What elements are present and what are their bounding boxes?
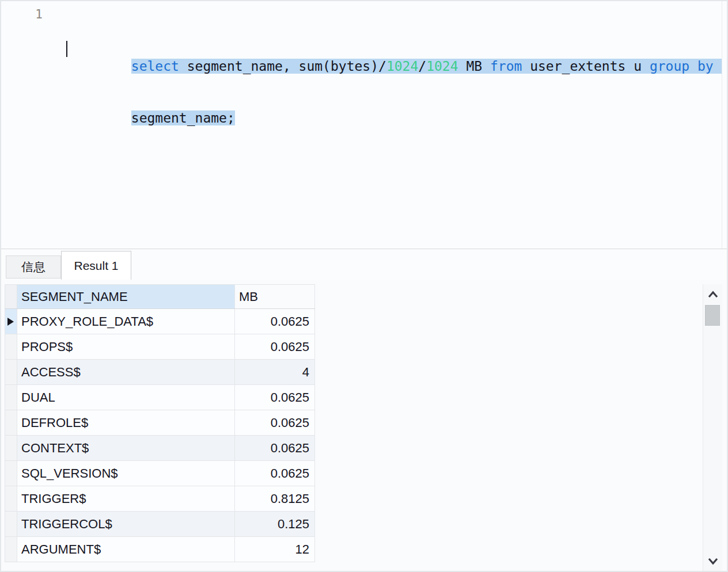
row-gutter[interactable] [5,385,17,410]
results-tab-bar: 信息 Result 1 [1,249,727,280]
mb-value-cell[interactable]: 0.0625 [235,309,315,334]
line-number: 1 [1,6,43,23]
segment-name-cell[interactable]: SQL_VERSION$ [17,461,235,486]
table-row: DUAL0.0625 [5,385,315,410]
sql-editor[interactable]: 1 select segment_name, sum(bytes)/1024/1… [1,1,727,249]
sql-token: segment_name; [131,110,235,125]
column-header-mb[interactable]: MB [235,285,315,309]
sql-token: by [697,59,714,74]
segment-name-cell[interactable]: PROPS$ [17,334,235,360]
mb-value-cell[interactable]: 0.0625 [235,436,315,461]
row-gutter[interactable] [5,360,17,385]
mb-value-cell[interactable]: 0.125 [235,512,315,537]
mb-value-cell[interactable]: 12 [235,537,315,562]
mb-value-cell[interactable]: 0.8125 [235,486,315,512]
table-row: SQL_VERSION$0.0625 [5,461,315,486]
segment-name-cell[interactable]: DUAL [17,385,235,410]
row-gutter[interactable] [5,537,17,562]
table-row: ARGUMENT$12 [5,537,315,562]
table-row: ACCESS$4 [5,360,315,385]
sql-code-area[interactable]: select segment_name, sum(bytes)/1024/102… [67,6,722,144]
sql-token: 1024 [426,59,458,74]
column-header-segment-name[interactable]: SEGMENT_NAME [17,285,235,309]
sql-token: group [650,59,689,74]
segment-name-cell[interactable]: DEFROLE$ [17,410,235,436]
table-row: CONTEXT$0.0625 [5,436,315,461]
chevron-up-icon [707,291,719,298]
row-gutter[interactable] [5,410,17,436]
segment-name-cell[interactable]: ARGUMENT$ [17,537,235,562]
segment-name-cell[interactable]: CONTEXT$ [17,436,235,461]
segment-name-cell[interactable]: TRIGGER$ [17,486,235,512]
table-row: DEFROLE$0.0625 [5,410,315,436]
scroll-up-button[interactable] [703,285,722,303]
row-gutter[interactable] [5,461,17,486]
row-gutter[interactable] [5,436,17,461]
mb-value-cell[interactable]: 0.0625 [235,334,315,360]
sql-token: from [490,59,522,74]
selected-text: select segment_name, sum(bytes)/1024/102… [131,59,722,74]
sql-tool-window: 1 select segment_name, sum(bytes)/1024/1… [0,0,728,572]
sql-token: MB [458,59,490,74]
row-gutter[interactable] [5,486,17,512]
code-line-1: select segment_name, sum(bytes)/1024/102… [67,40,722,58]
chevron-down-icon [707,558,719,565]
segment-name-cell[interactable]: TRIGGERCOL$ [17,512,235,537]
segment-name-cell[interactable]: PROXY_ROLE_DATA$ [17,309,235,334]
sql-token: 1024 [386,59,418,74]
sql-token [714,59,722,74]
current-row-gutter[interactable] [5,309,17,334]
mb-value-cell[interactable]: 0.0625 [235,385,315,410]
editor-scrollbar-track-line [722,1,722,249]
code-line-1-wrap: segment_name; [67,92,722,109]
result-table: SEGMENT_NAME MB PROXY_ROLE_DATA$0.0625PR… [5,284,315,562]
scrollbar-thumb[interactable] [705,305,720,326]
sql-token: user_extents u [522,59,650,74]
row-gutter[interactable] [5,512,17,537]
result-grid-pane: SEGMENT_NAME MB PROXY_ROLE_DATA$0.0625PR… [1,280,727,571]
table-row: TRIGGERCOL$0.125 [5,512,315,537]
table-header-row: SEGMENT_NAME MB [5,285,315,309]
scroll-down-button[interactable] [703,552,722,570]
sql-token [689,59,697,74]
table-row: PROXY_ROLE_DATA$0.0625 [5,309,315,334]
mb-value-cell[interactable]: 4 [235,360,315,385]
mb-value-cell[interactable]: 0.0625 [235,461,315,486]
sql-token: segment_name, sum(bytes)/ [179,59,386,74]
row-gutter-header[interactable] [5,285,17,309]
tab-result-1[interactable]: Result 1 [61,251,131,280]
selected-text: segment_name; [131,110,235,125]
result-table-body: PROXY_ROLE_DATA$0.0625PROPS$0.0625ACCESS… [5,309,315,562]
tab-info-label: 信息 [21,259,46,275]
row-gutter[interactable] [5,334,17,360]
sql-token: / [418,59,426,74]
mb-value-cell[interactable]: 0.0625 [235,410,315,436]
text-cursor [66,41,67,57]
segment-name-cell[interactable]: ACCESS$ [17,360,235,385]
vertical-scrollbar[interactable] [703,284,722,571]
tab-info[interactable]: 信息 [6,256,61,279]
editor-line-number-gutter: 1 [1,6,43,23]
table-row: TRIGGER$0.8125 [5,486,315,512]
sql-token: select [131,59,179,74]
current-row-marker-icon [7,318,14,326]
tab-result-1-label: Result 1 [74,259,118,273]
table-row: PROPS$0.0625 [5,334,315,360]
